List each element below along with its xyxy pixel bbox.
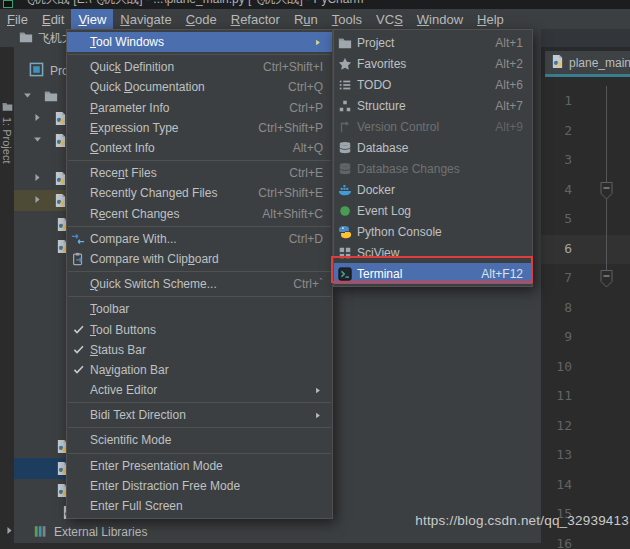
- menu-item-version-control[interactable]: Version ControlAlt+9: [334, 116, 532, 137]
- menu-shortcut: Alt+9: [481, 120, 523, 134]
- menu-item-expression-type[interactable]: Expression TypeCtrl+Shift+P: [67, 118, 332, 138]
- menu-item-label: Recently Changed Files: [90, 186, 217, 200]
- line-number-3: 3: [541, 152, 572, 168]
- chevron-right-icon[interactable]: [32, 194, 43, 208]
- menu-item-parameter-info[interactable]: Parameter InfoCtrl+P: [67, 98, 332, 118]
- menu-item-docker[interactable]: Docker: [334, 179, 532, 200]
- chevron-down-icon[interactable]: [22, 90, 33, 104]
- icon-slot: [71, 207, 85, 221]
- menu-item-label: Recent Changes: [90, 207, 179, 221]
- menu-item-database-changes[interactable]: Database Changes: [334, 158, 532, 179]
- tree-row[interactable]: [14, 190, 66, 211]
- menu-item-label: Compare with Clipboard: [90, 252, 219, 266]
- menu-item-compare-with-clipboard[interactable]: Compare with Clipboard: [67, 249, 332, 269]
- menubar-item-edit[interactable]: Edit: [35, 9, 71, 29]
- chevron-down-icon[interactable]: [32, 134, 43, 148]
- menu-item-toolbar[interactable]: Toolbar: [67, 299, 332, 319]
- tree-row[interactable]: [14, 236, 66, 257]
- menu-item-enter-presentation-mode[interactable]: Enter Presentation Mode: [67, 456, 332, 476]
- menubar-item-refactor[interactable]: Refactor: [224, 9, 287, 29]
- menu-item-structure[interactable]: StructureAlt+7: [334, 95, 532, 116]
- menubar-item-help[interactable]: Help: [470, 9, 511, 29]
- menu-item-tool-buttons[interactable]: Tool Buttons: [67, 319, 332, 339]
- menu-item-label: Enter Full Screen: [90, 499, 183, 513]
- icon-slot: [71, 35, 85, 49]
- menu-item-status-bar[interactable]: Status Bar: [67, 340, 332, 360]
- menu-item-tool-windows[interactable]: Tool Windows: [67, 32, 332, 52]
- event-log-icon: [338, 204, 352, 218]
- tree-row[interactable]: [14, 458, 66, 479]
- menu-item-label: Tool Windows: [90, 35, 164, 49]
- icon-slot: [71, 408, 85, 422]
- menu-item-quick-switch-scheme[interactable]: Quick Switch Scheme...Ctrl+`: [67, 274, 332, 294]
- chevron-right-icon[interactable]: [32, 112, 43, 126]
- tree-row[interactable]: [14, 436, 66, 457]
- line-number-14: 14: [541, 477, 572, 493]
- tree-item-external-libraries[interactable]: External Libraries: [0, 522, 340, 542]
- fold-marker-icon[interactable]: [600, 269, 613, 293]
- menubar-item-window[interactable]: Window: [410, 9, 470, 29]
- menu-item-python-console[interactable]: Python Console: [334, 221, 532, 242]
- menu-item-recently-changed-files[interactable]: Recently Changed FilesCtrl+Shift+E: [67, 183, 332, 203]
- tree-row[interactable]: [14, 480, 66, 501]
- tree-row[interactable]: [14, 86, 66, 107]
- menu-item-scientific-mode[interactable]: Scientific Mode: [67, 430, 332, 450]
- menubar-item-code[interactable]: Code: [179, 9, 224, 29]
- menubar-item-vcs[interactable]: VCS: [369, 9, 410, 29]
- menu-shortcut: Alt+6: [481, 78, 523, 92]
- menu-item-favorites[interactable]: FavoritesAlt+2: [334, 53, 532, 74]
- icon-slot: [71, 80, 85, 94]
- menu-item-label: Version Control: [357, 120, 439, 134]
- tree-row[interactable]: [14, 130, 66, 151]
- menubar-item-tools[interactable]: Tools: [325, 9, 369, 29]
- menu-item-recent-changes[interactable]: Recent ChangesAlt+Shift+C: [67, 204, 332, 224]
- menubar-item-file[interactable]: File: [0, 9, 35, 29]
- menu-item-compare-with[interactable]: Compare With...Ctrl+D: [67, 229, 332, 249]
- line-number-10: 10: [541, 359, 572, 375]
- icon-slot: [71, 433, 85, 447]
- menu-separator: [68, 271, 331, 272]
- line-number-2: 2: [541, 123, 572, 139]
- menu-item-quick-documentation[interactable]: Quick DocumentationCtrl+Q: [67, 77, 332, 97]
- line-number-11: 11: [541, 388, 572, 404]
- chevron-right-icon[interactable]: [32, 172, 43, 186]
- menu-item-navigation-bar[interactable]: Navigation Bar: [67, 360, 332, 380]
- chevron-right-icon[interactable]: [4, 525, 15, 539]
- menu-separator: [68, 427, 331, 428]
- menu-item-label: View: [78, 12, 106, 27]
- icon-slot: [71, 121, 85, 135]
- check-icon: [71, 343, 85, 357]
- menu-item-quick-definition[interactable]: Quick DefinitionCtrl+Shift+I: [67, 57, 332, 77]
- menu-item-context-info[interactable]: Context InfoAlt+Q: [67, 138, 332, 158]
- menu-item-database[interactable]: Database: [334, 137, 532, 158]
- menubar-item-navigate[interactable]: Navigate: [113, 9, 178, 29]
- tree-row[interactable]: [14, 168, 66, 189]
- tab-plane-main[interactable]: plane_main.py: [545, 51, 630, 77]
- menu-separator: [68, 296, 331, 297]
- menu-item-recent-files[interactable]: Recent FilesCtrl+E: [67, 163, 332, 183]
- icon-slot: [71, 277, 85, 291]
- menu-item-label: Enter Distraction Free Mode: [90, 479, 240, 493]
- menu-item-enter-full-screen[interactable]: Enter Full Screen: [67, 496, 332, 516]
- menu-item-label: Status Bar: [90, 343, 146, 357]
- menu-item-project[interactable]: ProjectAlt+1: [334, 32, 532, 53]
- menu-item-event-log[interactable]: Event Log: [334, 200, 532, 221]
- clipboard-icon: [71, 252, 85, 266]
- menu-item-todo[interactable]: TODOAlt+6: [334, 74, 532, 95]
- menu-item-label: Navigate: [120, 12, 171, 27]
- sidebar-item-project[interactable]: 1: Project: [1, 101, 14, 163]
- menu-item-bidi-text-direction[interactable]: Bidi Text Direction: [67, 405, 332, 425]
- menu-item-active-editor[interactable]: Active Editor: [67, 380, 332, 400]
- icon-slot: [71, 60, 85, 74]
- fold-marker-icon[interactable]: [600, 181, 613, 205]
- menu-shortcut: Alt+7: [481, 99, 523, 113]
- submenu-arrow-icon: [312, 385, 323, 396]
- menu-separator: [68, 54, 331, 55]
- menubar-item-view[interactable]: View: [71, 9, 113, 29]
- pycharm-window: 飞机大战 [E:\飞机大战] - ...\plane_main.py [飞机大战…: [0, 0, 630, 549]
- menubar-item-run[interactable]: Run: [287, 9, 325, 29]
- window-title: 飞机大战 [E:\飞机大战] - ...\plane_main.py [飞机大战…: [22, 0, 363, 8]
- tree-row[interactable]: [14, 108, 66, 129]
- tree-row[interactable]: [14, 214, 66, 235]
- menu-item-enter-distraction-free-mode[interactable]: Enter Distraction Free Mode: [67, 476, 332, 496]
